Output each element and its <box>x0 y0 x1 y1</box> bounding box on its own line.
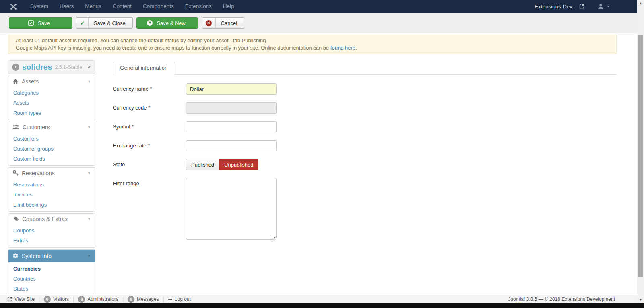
sidebar-item-coupons[interactable]: Coupons <box>8 225 95 236</box>
scroll-down-arrow[interactable]: ▼ <box>637 296 644 303</box>
warning-message-2: Google Maps API key is missing, you need… <box>16 44 609 52</box>
sidebar-item-reservations[interactable]: Reservations <box>8 180 95 190</box>
chevron-down-icon: ▼ <box>87 125 91 129</box>
sidebar-item-assets[interactable]: Assets <box>8 98 95 108</box>
toolbar: Save ✔ Save & Close + Save & New ✕ Cance… <box>0 13 644 33</box>
messages-label: Messages <box>137 296 159 302</box>
save-close-label: Save & Close <box>92 20 127 26</box>
sidebar-group-reservations-header[interactable]: Reservations ▼ <box>8 168 95 178</box>
administrators-label: Administrators <box>87 296 118 302</box>
log-out-icon <box>168 299 172 300</box>
visitors-count-badge: 0 <box>44 296 51 303</box>
sidebar-group-label: Assets <box>22 78 39 85</box>
sidebar-group-label: Customers <box>23 124 50 130</box>
save-close-button[interactable]: ✔ Save & Close <box>76 17 133 29</box>
sidebar-group-customers: Customers ▼ Customers Customer groups Cu… <box>8 122 95 166</box>
state-toggle: PublishedUnpublished <box>186 159 258 170</box>
log-out-label: Log out <box>175 296 191 302</box>
menu-help[interactable]: Help <box>217 0 240 13</box>
view-site-label: View Site <box>14 296 35 302</box>
scrollbar-thumb[interactable] <box>638 35 643 277</box>
warning-message-2-text: Google Maps API key is missing, you need… <box>16 45 330 51</box>
chevron-down-icon: ▼ <box>87 171 91 175</box>
sidebar-group-coupons-header[interactable]: Coupons & Extras ▼ <box>8 214 95 224</box>
user-menu-button[interactable] <box>598 4 610 10</box>
symbol-label: Symbol * <box>113 121 186 132</box>
sidebar-item-room-types[interactable]: Room types <box>8 108 95 118</box>
divider: | <box>163 296 164 302</box>
sidebar-item-extras[interactable]: Extras <box>8 236 95 246</box>
admin-menu: System Users Menus Content Components Ex… <box>25 0 239 13</box>
chevron-down-icon <box>607 6 610 7</box>
menu-system[interactable]: System <box>25 0 54 13</box>
sidebar-item-invoices[interactable]: Invoices <box>8 190 95 200</box>
solidres-sidebar: ‹ solidres 2.5.1-Stable ✔ Assets ▼ Categ… <box>8 60 95 295</box>
save-button[interactable]: Save <box>9 17 72 29</box>
divider: | <box>73 296 74 302</box>
sidebar-item-custom-fields[interactable]: Custom fields <box>8 154 95 164</box>
save-icon <box>28 20 34 26</box>
sidebar-item-countries[interactable]: Countries <box>8 274 95 284</box>
currency-name-input[interactable] <box>186 83 277 95</box>
chevron-down-icon: ▼ <box>87 217 91 221</box>
sidebar-group-coupons-extras: Coupons & Extras ▼ Coupons Extras <box>8 213 95 248</box>
divider: | <box>122 296 124 302</box>
user-icon <box>598 4 604 10</box>
sidebar-group-system-info-header[interactable]: System Info ▼ <box>8 250 95 262</box>
sidebar-item-categories[interactable]: Categories <box>8 88 95 98</box>
warning-message-2-period: . <box>355 45 357 51</box>
menu-menus[interactable]: Menus <box>79 0 107 13</box>
currency-name-label: Currency name * <box>113 83 186 95</box>
view-site-button[interactable]: View Site <box>7 296 35 302</box>
menu-users[interactable]: Users <box>54 0 79 13</box>
sidebar-group-customers-header[interactable]: Customers ▼ <box>8 122 95 132</box>
administrators-status[interactable]: 8 Administrators <box>78 296 118 303</box>
currency-code-input[interactable] <box>186 102 277 114</box>
joomla-logo-icon <box>0 3 25 10</box>
solidres-version: 2.5.1-Stable <box>55 64 82 70</box>
save-label: Save <box>36 20 52 26</box>
scrollbar[interactable]: ▲ ▼ <box>637 0 644 303</box>
currency-code-label: Currency code * <box>113 102 186 114</box>
found-here-link[interactable]: found here <box>330 45 355 51</box>
view-site-link[interactable]: Extensions Dev... <box>535 4 584 10</box>
collapse-sidebar-icon[interactable]: ‹ <box>12 64 19 71</box>
sidebar-item-customer-groups[interactable]: Customer groups <box>8 144 95 154</box>
tab-general-information[interactable]: General information <box>113 62 175 75</box>
state-unpublished-button[interactable]: Unpublished <box>219 159 258 170</box>
save-new-button[interactable]: + Save & New <box>136 17 198 29</box>
external-link-icon <box>7 297 12 302</box>
chevron-down-icon: ▼ <box>87 79 91 83</box>
divider: | <box>39 296 40 302</box>
state-label: State <box>113 159 186 170</box>
key-icon <box>12 170 19 176</box>
sidebar-item-limit-bookings[interactable]: Limit bookings <box>8 200 95 210</box>
taskbar-strip <box>0 303 644 308</box>
sidebar-group-label: Coupons & Extras <box>22 216 68 222</box>
visitors-label: Visitors <box>53 296 69 302</box>
sidebar-group-assets-header[interactable]: Assets ▼ <box>8 76 95 86</box>
log-out-button[interactable]: Log out <box>168 296 191 302</box>
state-published-button[interactable]: Published <box>186 159 219 170</box>
plus-icon: + <box>147 20 153 26</box>
sidebar-item-currencies[interactable]: Currencies <box>8 264 95 274</box>
messages-status[interactable]: 0 Messages <box>128 296 159 303</box>
exchange-rate-input[interactable] <box>186 140 277 151</box>
sidebar-item-states[interactable]: States <box>8 284 95 294</box>
scroll-up-arrow[interactable]: ▲ <box>637 0 644 7</box>
cancel-button[interactable]: ✕ Cancel <box>202 17 244 29</box>
sidebar-item-customers[interactable]: Customers <box>8 134 95 144</box>
cancel-icon: ✕ <box>202 17 216 29</box>
menu-extensions[interactable]: Extensions <box>180 0 217 13</box>
exchange-rate-label: Exchange rate * <box>113 140 186 151</box>
solidres-logo-panel: ‹ solidres 2.5.1-Stable ✔ <box>8 60 95 74</box>
sidebar-group-assets: Assets ▼ Categories Assets Room types <box>8 76 95 120</box>
symbol-input[interactable] <box>186 121 277 132</box>
visitors-status[interactable]: 0 Visitors <box>44 296 69 303</box>
save-new-label: Save & New <box>155 20 187 26</box>
menu-components[interactable]: Components <box>137 0 180 13</box>
filter-range-textarea[interactable] <box>186 178 277 240</box>
messages-count-badge: 0 <box>128 296 134 303</box>
menu-content[interactable]: Content <box>107 0 137 13</box>
site-name-label: Extensions Dev... <box>535 4 576 10</box>
